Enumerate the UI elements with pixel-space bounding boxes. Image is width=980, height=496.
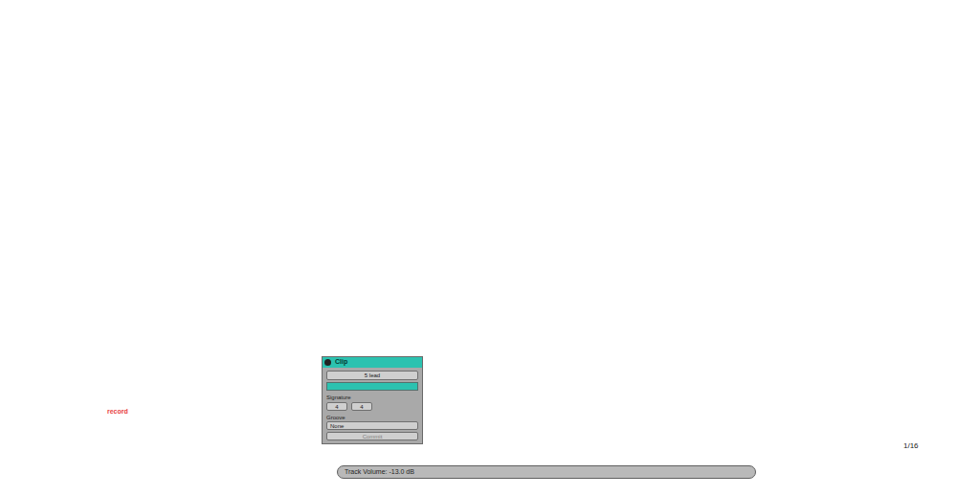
grid-fraction-label: 1/16 xyxy=(903,441,919,450)
clip-panel-header[interactable]: Clip xyxy=(323,357,422,368)
status-bar-text: Track Volume: -13.0 dB xyxy=(337,465,756,479)
commit-button[interactable]: Commit xyxy=(326,432,418,440)
clip-activate-icon[interactable] xyxy=(324,359,331,366)
signature-label: Signature xyxy=(326,394,384,401)
screenshot-stage: Clip 5 lead Signature 4 4 Groove None Co… xyxy=(0,0,980,496)
clip-color-chooser[interactable] xyxy=(326,382,418,391)
clip-panel: Clip 5 lead Signature 4 4 Groove None Co… xyxy=(322,356,423,444)
clip-name-field[interactable]: 5 lead xyxy=(326,371,418,380)
groove-label: Groove xyxy=(326,414,384,421)
signature-denominator[interactable]: 4 xyxy=(351,402,372,411)
signature-numerator[interactable]: 4 xyxy=(326,402,347,411)
record-indicator: record xyxy=(107,408,128,415)
groove-select[interactable]: None xyxy=(326,421,418,430)
clip-panel-title: Clip xyxy=(335,358,347,365)
